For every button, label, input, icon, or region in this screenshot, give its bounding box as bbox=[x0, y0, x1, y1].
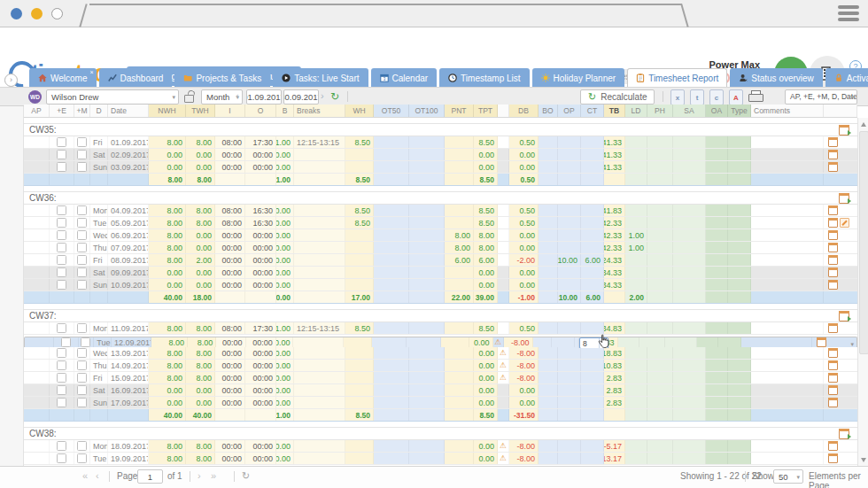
tab-activate-account[interactable]: Activate Account bbox=[825, 68, 868, 87]
checkbox[interactable] bbox=[57, 441, 66, 451]
table-row[interactable]: Tue05.09.20178.008.0008:0016:300.008.508… bbox=[24, 217, 857, 229]
table-row[interactable]: Wed13.09.20178.008.0000:0000:000.000.00⚠… bbox=[24, 347, 857, 360]
day-export-icon[interactable] bbox=[828, 398, 838, 407]
table-row[interactable]: Fri01.09.20178.008.0008:0017:301.0012:15… bbox=[24, 136, 857, 149]
previous-period-icon[interactable]: ‹ bbox=[236, 90, 239, 101]
vertical-scrollbar[interactable] bbox=[857, 118, 868, 467]
tab-status-overview[interactable]: Status overview bbox=[730, 68, 823, 87]
col-header-sa[interactable]: SA bbox=[673, 105, 706, 117]
checkbox[interactable] bbox=[57, 280, 66, 290]
col-header-blank[interactable] bbox=[498, 105, 509, 117]
export-t-icon[interactable]: t bbox=[690, 89, 704, 105]
checkbox[interactable] bbox=[81, 337, 90, 347]
export-x-icon[interactable]: x bbox=[670, 89, 685, 105]
checkbox[interactable] bbox=[77, 385, 87, 395]
day-export-icon[interactable] bbox=[828, 150, 838, 159]
export-week-icon[interactable] bbox=[839, 125, 849, 136]
window-control-icon[interactable] bbox=[51, 8, 63, 19]
spinner-up-icon[interactable] bbox=[602, 340, 606, 343]
table-row[interactable]: Sat02.09.20170.000.0000:0000:000.000.000… bbox=[24, 149, 857, 161]
day-export-icon[interactable] bbox=[828, 230, 838, 240]
page-size-select[interactable]: 50 bbox=[773, 469, 803, 484]
col-header-nwh[interactable]: NWH bbox=[149, 105, 186, 117]
table-row[interactable]: Thu14.09.20178.008.0000:0000:000.000.00⚠… bbox=[24, 360, 857, 372]
col-header-e[interactable]: +E bbox=[50, 105, 74, 117]
col-header-breaks[interactable]: Breaks bbox=[294, 105, 345, 117]
checkbox[interactable] bbox=[57, 150, 66, 159]
table-row[interactable]: Sun10.09.20170.000.0000:0000:000.000.000… bbox=[24, 279, 857, 291]
day-export-icon[interactable] bbox=[828, 243, 838, 252]
checkbox[interactable] bbox=[57, 162, 66, 172]
table-row[interactable]: Sat16.09.20170.000.0000:0000:000.000.000… bbox=[24, 384, 857, 397]
table-row[interactable]: Mon18.09.20178.008.0000:0000:000.000.00⚠… bbox=[24, 440, 857, 453]
tab-welcome[interactable]: Welcome× bbox=[29, 68, 97, 87]
checkbox[interactable] bbox=[57, 255, 66, 265]
checkbox[interactable] bbox=[77, 255, 87, 265]
tab-scroll-left-button[interactable]: › bbox=[4, 74, 18, 87]
checkbox[interactable] bbox=[57, 385, 66, 395]
checkbox[interactable] bbox=[57, 348, 66, 358]
checkbox[interactable] bbox=[77, 230, 87, 240]
date-to-input[interactable]: 30.09.2017 bbox=[283, 89, 319, 105]
checkbox[interactable] bbox=[77, 243, 87, 252]
checkbox[interactable] bbox=[77, 453, 87, 463]
checkbox[interactable] bbox=[77, 373, 87, 383]
tab-tasks-live-start[interactable]: Tasks: Live Start bbox=[273, 68, 368, 87]
spinner-buttons[interactable] bbox=[599, 338, 608, 348]
checkbox[interactable] bbox=[57, 243, 66, 252]
inline-editor[interactable]: 8 bbox=[579, 337, 608, 349]
day-export-icon[interactable] bbox=[828, 255, 838, 265]
col-header-tb[interactable]: TB bbox=[604, 105, 625, 117]
tab-dashboard[interactable]: Dashboard bbox=[99, 68, 173, 87]
recalculate-button[interactable]: ↻ Recalculate bbox=[580, 89, 655, 105]
next-period-icon[interactable]: › bbox=[321, 90, 324, 101]
checkbox[interactable] bbox=[77, 398, 87, 407]
col-header-o[interactable]: O bbox=[245, 105, 276, 117]
day-export-icon[interactable] bbox=[828, 453, 838, 463]
checkbox[interactable] bbox=[77, 218, 87, 228]
checkbox[interactable] bbox=[77, 348, 87, 358]
checkbox[interactable] bbox=[61, 337, 71, 347]
table-row[interactable]: Fri15.09.20178.008.0000:0000:000.000.00⚠… bbox=[24, 372, 857, 384]
checkbox[interactable] bbox=[77, 267, 87, 277]
checkbox[interactable] bbox=[77, 137, 87, 147]
checkbox[interactable] bbox=[77, 150, 87, 159]
col-header-bo[interactable]: BO bbox=[539, 105, 558, 117]
day-export-icon[interactable] bbox=[817, 337, 826, 347]
col-header-ot100[interactable]: OT100 bbox=[409, 105, 445, 117]
day-export-icon[interactable] bbox=[828, 360, 838, 370]
day-export-icon[interactable] bbox=[828, 280, 838, 290]
col-header-blank[interactable] bbox=[824, 105, 857, 117]
col-header-b[interactable]: B bbox=[276, 105, 294, 117]
table-row[interactable]: Sat09.09.20170.000.0000:0000:000.000.000… bbox=[24, 267, 857, 279]
tab-timestamp-list[interactable]: Timestamp List bbox=[439, 68, 529, 87]
col-header-ph[interactable]: PH bbox=[647, 105, 673, 117]
checkbox[interactable] bbox=[57, 218, 66, 228]
close-icon[interactable]: × bbox=[89, 69, 93, 76]
day-export-icon[interactable] bbox=[828, 323, 838, 333]
collapsed-side-panel[interactable] bbox=[0, 106, 24, 467]
date-from-input[interactable]: 01.09.2017 bbox=[246, 89, 282, 105]
col-header-m[interactable]: +M bbox=[74, 105, 90, 117]
checkbox[interactable] bbox=[57, 373, 66, 383]
columns-select[interactable]: AP, +E, +M, D, Date, NWH, T bbox=[785, 89, 857, 105]
reload-icon[interactable]: ↻ bbox=[330, 90, 339, 103]
checkbox[interactable] bbox=[57, 230, 66, 240]
col-header-d[interactable]: D bbox=[90, 105, 108, 117]
col-header-pnt[interactable]: PNT bbox=[445, 105, 474, 117]
previous-page-icon[interactable]: ‹ bbox=[96, 470, 99, 481]
day-export-icon[interactable] bbox=[828, 348, 838, 358]
table-row[interactable]: Fri08.09.20178.002.0000:0000:000.006.006… bbox=[24, 254, 857, 267]
export-c-icon[interactable]: c bbox=[709, 89, 724, 105]
day-export-icon[interactable] bbox=[828, 441, 838, 451]
user-select[interactable]: Wilson Drew bbox=[46, 89, 179, 105]
checkbox[interactable] bbox=[77, 323, 87, 333]
col-header-ct[interactable]: CT bbox=[581, 105, 604, 117]
scroll-up-icon[interactable] bbox=[861, 122, 866, 127]
col-header-comments[interactable]: Comments bbox=[751, 105, 824, 117]
export-week-icon[interactable] bbox=[839, 193, 849, 204]
col-header-i[interactable]: I bbox=[215, 105, 245, 117]
page-input[interactable] bbox=[137, 469, 163, 484]
spinner-down-icon[interactable] bbox=[602, 344, 606, 346]
col-header-wh[interactable]: WH bbox=[345, 105, 374, 117]
